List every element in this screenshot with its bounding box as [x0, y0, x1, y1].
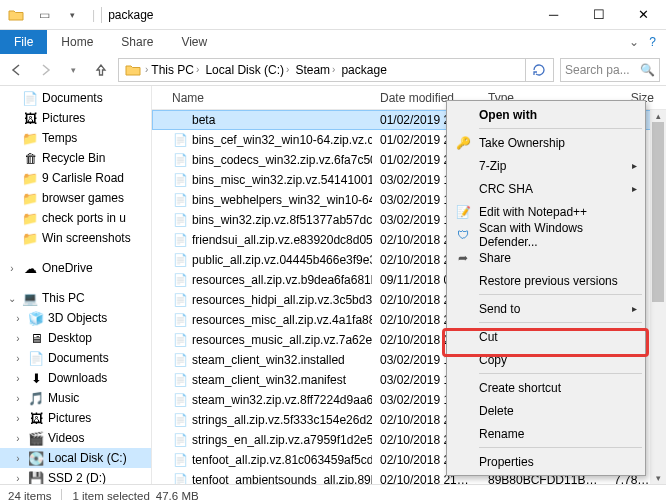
status-bar: 24 items 1 item selected 47.6 MB: [0, 484, 666, 500]
chevron-icon[interactable]: ›: [6, 263, 18, 274]
qat-dropdown-icon[interactable]: ▾: [64, 7, 80, 23]
file-icon: 📄: [172, 132, 188, 148]
menu-rename[interactable]: Rename: [449, 422, 643, 445]
maximize-button[interactable]: ☐: [576, 0, 621, 30]
sidebar-item-music[interactable]: ›🎵Music: [0, 388, 151, 408]
close-button[interactable]: ✕: [621, 0, 666, 30]
sidebar-item-documents[interactable]: ›📄Documents: [0, 348, 151, 368]
chevron-icon[interactable]: ›: [12, 393, 24, 404]
up-button[interactable]: [90, 59, 112, 81]
minimize-button[interactable]: ─: [531, 0, 576, 30]
sidebar-item-desktop[interactable]: ›🖥Desktop: [0, 328, 151, 348]
tab-view[interactable]: View: [167, 31, 221, 53]
drive-icon: 💾: [28, 470, 44, 484]
chevron-icon[interactable]: ›: [12, 373, 24, 384]
chevron-icon[interactable]: ›: [12, 353, 24, 364]
breadcrumb-seg-drive[interactable]: Local Disk (C:) ›: [202, 63, 292, 77]
sidebar-item-browser-games[interactable]: 📁browser games: [0, 188, 151, 208]
sidebar-item-temps[interactable]: 📁Temps: [0, 128, 151, 148]
sidebar-item-win-screenshots[interactable]: 📁Win screenshots: [0, 228, 151, 248]
menu-create-shortcut[interactable]: Create shortcut: [449, 376, 643, 399]
breadcrumb[interactable]: › This PC › Local Disk (C:) › Steam › pa…: [118, 58, 554, 82]
menu-delete[interactable]: Delete: [449, 399, 643, 422]
shield-icon: 🔑: [455, 135, 471, 151]
chevron-icon[interactable]: ›: [12, 413, 24, 424]
ribbon-expand-icon[interactable]: ⌄: [629, 35, 639, 49]
desktop-icon: 🖥: [28, 330, 44, 346]
search-icon: 🔍: [640, 63, 655, 77]
folder-icon: [121, 63, 145, 77]
menu-send-to[interactable]: Send to▸: [449, 297, 643, 320]
share-icon: ➦: [455, 250, 471, 266]
sidebar-thispc[interactable]: ⌄💻This PC: [0, 288, 151, 308]
file-icon: 📄: [172, 332, 188, 348]
menu-cut[interactable]: Cut: [449, 325, 643, 348]
context-menu: Open with 🔑Take Ownership 7-Zip▸ CRC SHA…: [446, 100, 646, 476]
address-bar: ▾ › This PC › Local Disk (C:) › Steam › …: [0, 54, 666, 86]
ribbon-tabs: File Home Share View ⌄ ?: [0, 30, 666, 54]
refresh-button[interactable]: [525, 59, 551, 81]
tab-share[interactable]: Share: [107, 31, 167, 53]
file-icon: 📄: [172, 252, 188, 268]
sidebar-onedrive[interactable]: ›☁OneDrive: [0, 258, 151, 278]
back-button[interactable]: [6, 59, 28, 81]
scrollbar-thumb[interactable]: [652, 122, 664, 302]
chevron-icon[interactable]: ›: [12, 433, 24, 444]
search-input[interactable]: Search pa... 🔍: [560, 58, 660, 82]
pc-icon: 💻: [22, 290, 38, 306]
forward-button[interactable]: [34, 59, 56, 81]
file-icon: 📄: [172, 292, 188, 308]
sidebar-item-recycle-bin[interactable]: 🗑Recycle Bin: [0, 148, 151, 168]
notepad-icon: 📝: [455, 204, 471, 220]
status-size: 47.6 MB: [156, 490, 199, 501]
recent-dropdown[interactable]: ▾: [62, 59, 84, 81]
sidebar-item-documents[interactable]: 📄Documents: [0, 88, 151, 108]
chevron-right-icon: ▸: [632, 303, 637, 314]
menu-crc-sha[interactable]: CRC SHA▸: [449, 177, 643, 200]
breadcrumb-seg-thispc[interactable]: This PC ›: [148, 63, 202, 77]
sidebar-item-local-disk-c-[interactable]: ›💽Local Disk (C:): [0, 448, 151, 468]
sidebar-item-pictures[interactable]: ›🖼Pictures: [0, 408, 151, 428]
file-icon: 📄: [172, 312, 188, 328]
chevron-icon[interactable]: ›: [12, 453, 24, 464]
onedrive-icon: ☁: [22, 260, 38, 276]
menu-restore[interactable]: Restore previous versions: [449, 269, 643, 292]
chevron-icon[interactable]: ›: [12, 313, 24, 324]
chevron-right-icon: ▸: [632, 183, 637, 194]
scroll-up-icon[interactable]: ▴: [650, 110, 666, 122]
chevron-icon[interactable]: ›: [12, 473, 24, 484]
tab-home[interactable]: Home: [47, 31, 107, 53]
documents-icon: 📄: [22, 90, 38, 106]
menu-open-with[interactable]: Open with: [449, 103, 643, 126]
downloads-icon: ⬇: [28, 370, 44, 386]
sidebar-item-check-ports-in-u[interactable]: 📁check ports in u: [0, 208, 151, 228]
menu-scan-defender[interactable]: 🛡Scan with Windows Defender...: [449, 223, 643, 246]
menu-properties[interactable]: Properties: [449, 450, 643, 473]
scrollbar-vertical[interactable]: ▴ ▾: [650, 110, 666, 484]
tab-file[interactable]: File: [0, 30, 47, 54]
file-icon: 📄: [172, 392, 188, 408]
titlebar: ▭ ▾ | package ─ ☐ ✕: [0, 0, 666, 30]
qat-properties-icon[interactable]: ▭: [36, 7, 52, 23]
menu-copy[interactable]: Copy: [449, 348, 643, 371]
help-icon[interactable]: ?: [649, 35, 656, 49]
chevron-icon[interactable]: ⌄: [6, 293, 18, 304]
file-icon: 📄: [172, 352, 188, 368]
chevron-icon[interactable]: ›: [12, 333, 24, 344]
sidebar-item-ssd-2-d-[interactable]: ›💾SSD 2 (D:): [0, 468, 151, 484]
sidebar-item-downloads[interactable]: ›⬇Downloads: [0, 368, 151, 388]
scroll-down-icon[interactable]: ▾: [650, 472, 666, 484]
breadcrumb-seg-package[interactable]: package: [338, 63, 389, 77]
file-icon: 📄: [172, 232, 188, 248]
breadcrumb-seg-steam[interactable]: Steam ›: [292, 63, 338, 77]
menu-take-ownership[interactable]: 🔑Take Ownership: [449, 131, 643, 154]
menu-share[interactable]: ➦Share: [449, 246, 643, 269]
file-icon: [172, 112, 188, 128]
sidebar-item-9-carlisle-road[interactable]: 📁9 Carlisle Road: [0, 168, 151, 188]
sidebar-item-pictures[interactable]: 🖼Pictures: [0, 108, 151, 128]
sidebar-item-3d-objects[interactable]: ›🧊3D Objects: [0, 308, 151, 328]
menu-7zip[interactable]: 7-Zip▸: [449, 154, 643, 177]
sidebar-item-videos[interactable]: ›🎬Videos: [0, 428, 151, 448]
col-name[interactable]: Name: [164, 91, 372, 105]
file-icon: 📄: [172, 472, 188, 484]
